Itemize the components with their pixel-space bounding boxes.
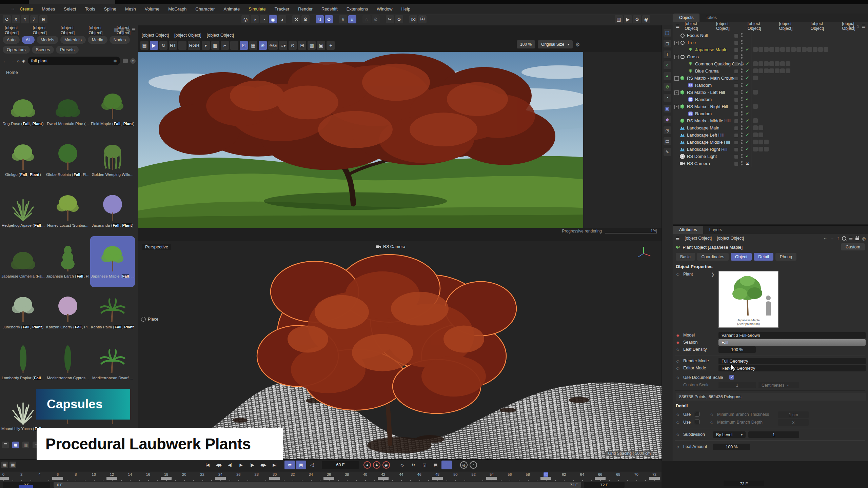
home-icon[interactable]: ⌂: [17, 58, 20, 63]
layout-icon[interactable]: ▥: [120, 27, 124, 33]
object-tag-icon[interactable]: [807, 47, 812, 52]
timeline-ruler[interactable]: 0246810121416182022242628303234363840424…: [0, 472, 662, 482]
asset-item[interactable]: Dwarf Mountain Pine (...: [45, 84, 90, 135]
visibility-dots[interactable]: [741, 111, 743, 117]
object-name[interactable]: Random: [695, 111, 712, 116]
object-tag-icon[interactable]: [758, 125, 763, 130]
visibility-dots[interactable]: [741, 76, 743, 81]
editor-toggle[interactable]: [734, 41, 738, 45]
enabled-checkmark[interactable]: ✓: [746, 97, 749, 102]
key-toggle-button[interactable]: ⁝: [441, 461, 452, 469]
transport-button[interactable]: ▶: [236, 461, 246, 469]
parent-icon[interactable]: ↑: [837, 236, 839, 241]
object-tag-icon[interactable]: [753, 90, 758, 95]
renderview-tool[interactable]: ✳: [259, 41, 267, 50]
expander-icon[interactable]: [674, 162, 678, 165]
visibility-dots[interactable]: [741, 83, 743, 88]
enabled-checkmark[interactable]: ✓: [746, 68, 749, 73]
search-icon[interactable]: [842, 236, 846, 241]
expander-icon[interactable]: [674, 83, 678, 87]
visibility-dots[interactable]: [741, 161, 743, 166]
key-toggle-button[interactable]: ◱: [419, 461, 430, 469]
target-icon[interactable]: ◎: [862, 236, 866, 241]
search-input[interactable]: fall plant ⊗: [28, 57, 120, 65]
filter-chip[interactable]: Media: [88, 36, 107, 44]
object-tag-icon[interactable]: [764, 47, 769, 52]
object-row[interactable]: Landscape Main ✓: [673, 124, 868, 131]
editor-toggle[interactable]: [734, 155, 738, 159]
zoom-value[interactable]: 100 %: [517, 40, 535, 48]
view-mode-icon[interactable]: ▥: [22, 442, 29, 448]
renderview-tool[interactable]: ▦: [140, 41, 149, 50]
key-toggle-button[interactable]: ↻: [408, 461, 418, 469]
asset-item[interactable]: Ginkgo (Fall, Plant): [1, 135, 45, 185]
plant-preview-thumbnail[interactable]: Japanese Maple (Acer palmatum): [718, 271, 778, 328]
asset-item[interactable]: Mediterranean Cypres...: [45, 338, 90, 389]
render-mode-dropdown[interactable]: Full Geometry: [718, 358, 866, 364]
dock-icon[interactable]: ⬚: [664, 29, 671, 37]
renderview-tool[interactable]: RGB: [188, 41, 200, 50]
renderview-tool[interactable]: ▨: [308, 41, 316, 50]
asset-item[interactable]: Japanese Camellia (Fal...: [1, 236, 45, 287]
enabled-checkmark[interactable]: ✓: [746, 82, 749, 87]
visibility-dots[interactable]: [741, 54, 743, 60]
renderview-tool[interactable]: ✳G: [268, 41, 278, 50]
hamburger-icon[interactable]: ☰: [132, 27, 136, 33]
toolbar-button[interactable]: ⚙: [325, 15, 333, 23]
render-image[interactable]: [138, 52, 583, 228]
object-tag-icon[interactable]: [753, 68, 758, 73]
object-name[interactable]: Random: [695, 83, 712, 88]
toolbar-button[interactable]: ⚙: [372, 15, 380, 23]
editor-toggle[interactable]: [734, 126, 738, 130]
search-options-icon[interactable]: ▾: [130, 58, 136, 64]
expander-icon[interactable]: [674, 155, 678, 158]
object-name[interactable]: Grass: [687, 54, 699, 59]
object-row[interactable]: RS Camera ⊡: [673, 160, 868, 167]
toolbar-button[interactable]: ⊕: [39, 15, 47, 23]
visibility-dots[interactable]: [741, 140, 743, 145]
toolbar-button[interactable]: [381, 19, 385, 20]
history-forward-icon[interactable]: →: [830, 236, 834, 241]
object-row[interactable]: Random ✓: [673, 82, 868, 89]
object-tag-icon[interactable]: [758, 68, 763, 73]
expander-icon[interactable]: [674, 48, 678, 52]
expander-icon[interactable]: [674, 55, 679, 59]
dock-icon[interactable]: ◔: [664, 94, 671, 102]
object-tag-icon[interactable]: [791, 47, 796, 52]
toolbar-button[interactable]: ◎: [241, 15, 250, 23]
toolbar-button[interactable]: [311, 19, 315, 20]
filter-icon[interactable]: ☰: [862, 24, 866, 29]
dock-icon[interactable]: ✎: [664, 148, 671, 156]
object-row[interactable]: RS Matrix - Right Hill ✓: [673, 103, 868, 110]
menu-item[interactable]: Tools: [85, 6, 95, 12]
expander-icon[interactable]: [674, 119, 678, 123]
enabled-checkmark[interactable]: ✓: [746, 139, 749, 144]
menu-item[interactable]: Animate: [223, 6, 240, 12]
dock-icon[interactable]: T: [664, 50, 671, 58]
menu-item[interactable]: Help: [401, 6, 410, 12]
toolbar-button[interactable]: ◉: [269, 15, 277, 23]
timeline-toggle-button[interactable]: ◁): [307, 461, 317, 469]
case-icon[interactable]: [123, 59, 128, 63]
object-row[interactable]: RS Matrix - Left Hill ✓: [673, 89, 868, 96]
asset-item[interactable]: Honey Locust 'Sunbur...: [45, 185, 90, 236]
range-slider[interactable]: 0 F 72 F: [54, 482, 581, 488]
database-icon[interactable]: ▤: [114, 27, 118, 33]
object-tag-icon[interactable]: [758, 140, 763, 144]
object-tag-icon[interactable]: [753, 147, 758, 151]
toolbar-button[interactable]: ⚙: [301, 15, 310, 23]
filter-chip[interactable]: All: [22, 36, 35, 44]
keyframe-dot[interactable]: ◇: [676, 272, 679, 277]
object-menu-item[interactable]: [object Object]: [748, 21, 774, 31]
asset-item[interactable]: Mediterranean Dwarf ...: [90, 338, 135, 389]
dock-icon[interactable]: ◻: [664, 40, 671, 47]
rs-camera-label[interactable]: RS Camera: [376, 244, 405, 249]
asset-item[interactable]: Kanzan Cherry (Fall, Pl...: [45, 287, 90, 338]
subdivision-field[interactable]: 1: [748, 431, 799, 438]
keyframe-dot[interactable]: ◇: [676, 347, 679, 352]
filter-chip[interactable]: Scenes: [32, 46, 54, 54]
object-row[interactable]: Ψ Common Quaking Grass ✓: [673, 60, 868, 67]
keyframe-dot[interactable]: ◇: [676, 359, 679, 363]
object-name[interactable]: Landscape Right Hill: [687, 147, 727, 152]
renderview-tool[interactable]: RT: [169, 41, 177, 50]
